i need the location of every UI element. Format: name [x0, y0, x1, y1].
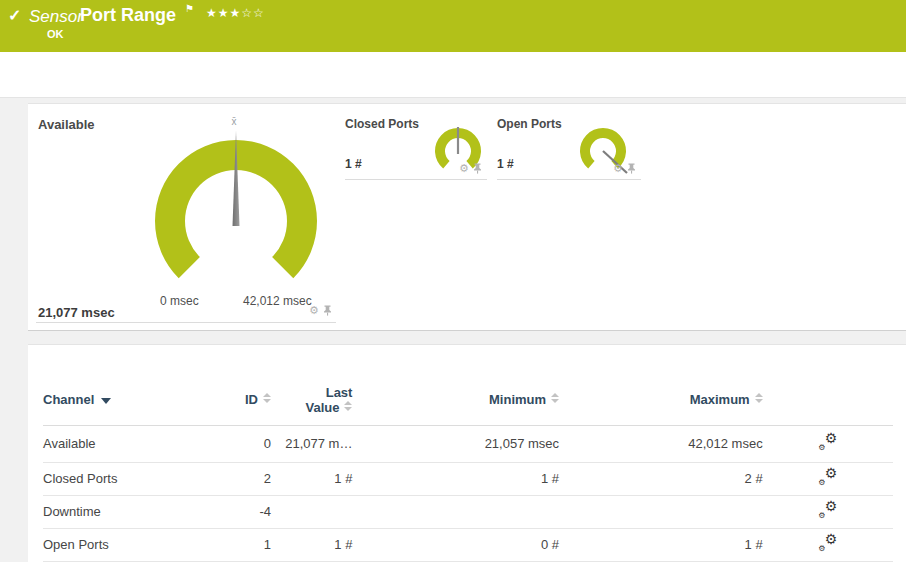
channel-settings-gears-icon[interactable]: ⚙⚙ [818, 469, 837, 486]
main-gauge-value: 21,077 msec [38, 305, 115, 320]
channels-panel: Channel ID LastValue Minimum Maximum [28, 344, 906, 562]
closed-ports-tools: ⚙ [459, 163, 482, 174]
channel-name: Open Ports [43, 528, 186, 561]
available-gauge [148, 114, 328, 314]
column-header-actions [763, 375, 893, 425]
channel-settings-gears-icon[interactable]: ⚙⚙ [818, 434, 837, 451]
open-ports-value: 1 # [497, 157, 514, 171]
column-header-channel[interactable]: Channel [43, 375, 186, 425]
main-gauge-tools: ⚙ [309, 305, 332, 316]
sort-icon [551, 393, 559, 403]
open-ports-tools: ⚙ [613, 163, 636, 174]
flag-icon[interactable]: ⚑ [185, 3, 194, 14]
channel-minimum: 1 # [352, 462, 559, 495]
open-ports-divider [497, 179, 641, 180]
gear-icon[interactable]: ⚙ [309, 305, 319, 316]
tab-bar: Overview Live Data 2 days 30 days 365 da… [0, 52, 906, 98]
gauges-panel: Available x̄ 0 msec 42,012 msec 21,077 m… [28, 103, 906, 331]
gear-icon[interactable]: ⚙ [459, 163, 469, 174]
channel-name: Closed Ports [43, 462, 186, 495]
channel-settings-gears-icon[interactable]: ⚙⚙ [818, 535, 837, 552]
channel-last-value: 1 # [271, 528, 352, 561]
sort-desc-icon [101, 398, 111, 404]
status-badge: OK [47, 28, 64, 40]
closed-ports-divider [345, 179, 487, 180]
column-header-maximum[interactable]: Maximum [559, 375, 763, 425]
main-gauge-max-label: 42,012 msec [243, 294, 312, 308]
channel-last-value [271, 495, 352, 528]
channels-table: Channel ID LastValue Minimum Maximum [43, 375, 893, 562]
closed-ports-label: Closed Ports [345, 117, 419, 131]
table-row[interactable]: Open Ports 1 1 # 0 # 1 # ⚙⚙ [43, 528, 893, 561]
gear-icon[interactable]: ⚙ [613, 163, 623, 174]
maximum-header-label: Maximum [690, 392, 750, 407]
channel-id: -4 [186, 495, 272, 528]
channel-maximum [559, 495, 763, 528]
channel-id: 0 [186, 425, 272, 462]
pin-icon[interactable] [323, 305, 332, 316]
channel-minimum [352, 495, 559, 528]
last-value-header-line1: Last [326, 385, 353, 400]
channel-settings-gears-icon[interactable]: ⚙⚙ [818, 502, 837, 519]
open-ports-label: Open Ports [497, 117, 562, 131]
minimum-header-label: Minimum [489, 392, 546, 407]
channel-last-value: 1 # [271, 462, 352, 495]
priority-stars[interactable]: ★★★☆☆ [206, 6, 265, 20]
main-gauge-min-label: 0 msec [160, 294, 199, 308]
channel-id: 1 [186, 528, 272, 561]
sensor-type-label: Sensor [29, 7, 83, 27]
table-row[interactable]: Closed Ports 2 1 # 1 # 2 # ⚙⚙ [43, 462, 893, 495]
column-header-last-value[interactable]: LastValue [271, 375, 352, 425]
channel-maximum: 2 # [559, 462, 763, 495]
channel-minimum: 0 # [352, 528, 559, 561]
channel-name: Downtime [43, 495, 186, 528]
closed-ports-value: 1 # [345, 157, 362, 171]
table-row[interactable]: Available 0 21,077 m… 21,057 msec 42,012… [43, 425, 893, 462]
channel-last-value: 21,077 m… [271, 425, 352, 462]
main-gauge-label: Available [38, 117, 95, 132]
table-row[interactable]: Downtime -4 ⚙⚙ [43, 495, 893, 528]
channel-id: 2 [186, 462, 272, 495]
prtg-sensor-page: ✓ Sensor Port Range ⚑ ★★★☆☆ OK Overview … [0, 0, 906, 562]
pin-icon[interactable] [473, 163, 482, 174]
last-value-header-line2: Value [305, 400, 339, 415]
sensor-header: ✓ Sensor Port Range ⚑ ★★★☆☆ OK [0, 0, 906, 52]
stars-empty[interactable]: ☆☆ [241, 6, 265, 20]
channel-name: Available [43, 425, 186, 462]
channel-minimum: 21,057 msec [352, 425, 559, 462]
sort-icon [755, 393, 763, 403]
table-header-row: Channel ID LastValue Minimum Maximum [43, 375, 893, 425]
column-header-id[interactable]: ID [186, 375, 272, 425]
ok-check-icon: ✓ [8, 6, 21, 25]
sort-icon [263, 393, 271, 403]
id-header-label: ID [245, 392, 258, 407]
channel-header-label: Channel [43, 392, 94, 407]
column-header-minimum[interactable]: Minimum [352, 375, 559, 425]
sensor-title: Port Range [80, 5, 176, 26]
sort-icon [344, 401, 352, 411]
channel-maximum: 1 # [559, 528, 763, 561]
stars-filled[interactable]: ★★★ [206, 6, 241, 20]
main-gauge-divider [36, 322, 336, 323]
pin-icon[interactable] [627, 163, 636, 174]
channel-maximum: 42,012 msec [559, 425, 763, 462]
